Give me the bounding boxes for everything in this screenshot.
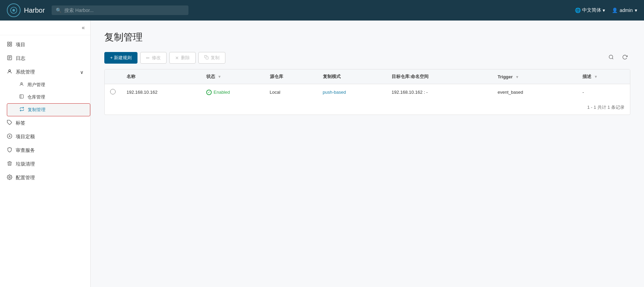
sidebar-item-quota[interactable]: 项目定额	[0, 130, 90, 144]
chevron-down-icon: ▾	[635, 8, 637, 13]
svg-rect-2	[8, 42, 9, 44]
sidebar-item-label: 用户管理	[27, 82, 45, 88]
sidebar-group-system-admin[interactable]: 系统管理 ∨	[0, 65, 90, 79]
sidebar-item-label: 仓库管理	[27, 94, 45, 100]
svg-rect-12	[20, 95, 24, 99]
sort-trigger-icon: ▼	[515, 75, 519, 79]
sidebar-item-label: 项目定额	[16, 134, 35, 140]
status-label: Enabled	[214, 90, 230, 95]
expand-icon: ∨	[80, 69, 83, 75]
sidebar-item-label: 标签	[16, 120, 25, 126]
chevron-down-icon: ▾	[603, 8, 605, 13]
replicate-button[interactable]: 复制	[198, 52, 225, 64]
sidebar-item-config[interactable]: 配置管理	[0, 171, 90, 185]
svg-rect-5	[10, 44, 12, 46]
user-menu[interactable]: 👤 admin ▾	[612, 8, 637, 13]
sidebar-item-label: 审查服务	[16, 147, 35, 154]
delete-button[interactable]: ✕ 删除	[169, 52, 196, 64]
globe-icon: 🌐	[575, 8, 581, 13]
new-rule-button[interactable]: + 新建规则	[104, 52, 137, 64]
row-select-radio[interactable]	[110, 89, 116, 94]
row-source-cell: Local	[264, 84, 317, 101]
logs-icon	[7, 55, 12, 62]
user-label: admin	[620, 8, 633, 13]
status-icon: ✓	[206, 90, 212, 95]
pagination-text: 1 - 1 共计 1 条记录	[587, 104, 625, 110]
replication-table: 名称 状态 ▼ 源仓库 复制模式 目标仓库:命名空间	[104, 69, 630, 115]
svg-point-20	[609, 55, 613, 59]
delete-icon: ✕	[175, 55, 179, 61]
logo-area: Harbor	[7, 3, 45, 17]
row-target-cell: 192.168.10.162 : -	[386, 84, 492, 101]
sort-status-icon: ▼	[218, 75, 221, 79]
refresh-button[interactable]	[619, 53, 630, 63]
repo-mgmt-icon	[19, 94, 24, 100]
sidebar-item-gc[interactable]: 垃圾清理	[0, 157, 90, 171]
col-desc[interactable]: 描述 ▼	[577, 69, 630, 84]
sidebar-item-label: 日志	[16, 55, 25, 62]
sidebar-item-tags[interactable]: 标签	[0, 116, 90, 130]
user-icon: 👤	[612, 8, 618, 13]
sidebar-item-label: 垃圾清理	[16, 161, 35, 167]
col-status[interactable]: 状态 ▼	[201, 69, 264, 84]
layout: « 项目 日志 系统管理	[0, 21, 644, 287]
tags-icon	[7, 120, 12, 127]
sidebar: « 项目 日志 系统管理	[0, 21, 91, 287]
header: Harbor 🔍 🌐 中文简体 ▾ 👤 admin ▾	[0, 0, 644, 21]
svg-point-1	[13, 9, 15, 11]
col-checkbox	[105, 69, 121, 84]
search-input[interactable]	[64, 8, 184, 13]
row-trigger-cell: event_based	[492, 84, 577, 101]
user-mgmt-icon	[19, 82, 24, 88]
main-content: 复制管理 + 新建规则 ✏ 修改 ✕ 删除 复制	[91, 21, 644, 287]
sidebar-item-user-mgmt[interactable]: 用户管理	[7, 79, 90, 91]
svg-line-21	[612, 58, 613, 59]
svg-rect-3	[10, 42, 12, 44]
replication-icon	[19, 107, 24, 113]
status-enabled: ✓ Enabled	[206, 90, 259, 95]
search-icon: 🔍	[56, 8, 62, 13]
col-name: 名称	[121, 69, 201, 84]
edit-label: 修改	[152, 55, 161, 61]
svg-point-10	[9, 70, 10, 71]
collapse-button[interactable]: «	[82, 25, 85, 31]
page-title: 复制管理	[104, 31, 630, 44]
logo-icon	[7, 3, 21, 17]
sidebar-item-replication-mgmt[interactable]: 复制管理	[7, 103, 90, 116]
sidebar-item-label: 复制管理	[28, 107, 45, 113]
header-right: 🌐 中文简体 ▾ 👤 admin ▾	[575, 7, 637, 13]
svg-point-11	[21, 82, 23, 84]
language-selector[interactable]: 🌐 中文简体 ▾	[575, 7, 605, 13]
mode-link[interactable]: push-based	[323, 90, 346, 95]
sidebar-nav: 项目 日志 系统管理 ∨	[0, 35, 90, 187]
replicate-label: 复制	[211, 55, 220, 61]
sidebar-sub-system: 用户管理 仓库管理 复制管理	[0, 79, 90, 116]
sidebar-item-projects[interactable]: 项目	[0, 38, 90, 52]
lang-label: 中文简体	[582, 7, 601, 13]
system-admin-icon	[7, 69, 12, 75]
gc-icon	[7, 161, 12, 168]
svg-point-18	[9, 177, 10, 178]
search-button[interactable]	[606, 53, 617, 63]
sidebar-item-repo-mgmt[interactable]: 仓库管理	[7, 91, 90, 103]
row-name-cell: 192.168.10.162	[121, 84, 201, 101]
replicate-icon	[204, 55, 209, 61]
sidebar-item-audit[interactable]: 审查服务	[0, 144, 90, 157]
col-trigger[interactable]: Trigger ▼	[492, 69, 577, 84]
row-desc-cell: -	[577, 84, 630, 101]
col-target: 目标仓库:命名空间	[386, 69, 492, 84]
edit-button[interactable]: ✏ 修改	[140, 52, 167, 64]
sort-desc-icon: ▼	[594, 75, 598, 79]
audit-icon	[7, 147, 12, 154]
sidebar-item-logs[interactable]: 日志	[0, 52, 90, 65]
col-source: 源仓库	[264, 69, 317, 84]
sidebar-group-label: 系统管理	[16, 69, 35, 75]
quota-icon	[7, 133, 12, 140]
config-icon	[7, 174, 12, 181]
toolbar: + 新建规则 ✏ 修改 ✕ 删除 复制	[104, 52, 630, 64]
projects-icon	[7, 41, 12, 48]
svg-rect-4	[8, 44, 9, 46]
search-bar[interactable]: 🔍	[52, 5, 188, 15]
row-checkbox-cell[interactable]	[105, 84, 121, 101]
sidebar-item-label: 配置管理	[16, 175, 35, 181]
